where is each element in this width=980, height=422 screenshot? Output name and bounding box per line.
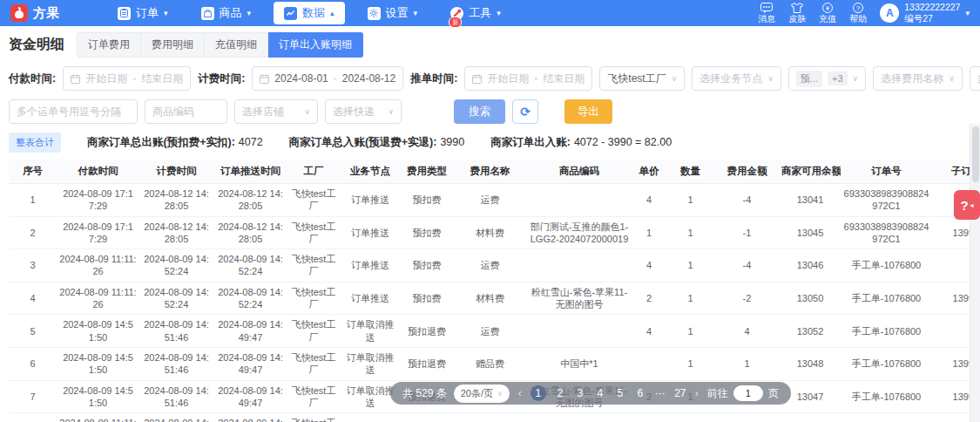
brand-logo-icon xyxy=(10,4,28,22)
coin-icon: ¥ xyxy=(822,3,833,13)
waybill-no-input[interactable] xyxy=(9,99,138,124)
page-number-button[interactable]: 2 xyxy=(554,387,566,399)
table-cell: 运费 xyxy=(453,315,527,348)
chevron-down-icon: ▾ xyxy=(965,9,970,17)
page-number-button[interactable]: 3 xyxy=(574,387,586,399)
table-cell: 2024-08-09 11:11:26 xyxy=(57,413,139,422)
table-cell: 订单推送 xyxy=(340,216,401,249)
fee-type-tag: 预... xyxy=(796,71,822,87)
recharge-button[interactable]: ¥ 充值 xyxy=(819,3,836,24)
table-row[interactable]: 42024-08-09 11:11:262024-08-09 14:52:242… xyxy=(9,282,980,315)
total-toggle-badge[interactable]: 整表合计 xyxy=(9,133,61,153)
question-mark: ? xyxy=(960,198,968,213)
column-header: 商家可用余额 xyxy=(780,160,841,184)
search-button[interactable]: 搜索 xyxy=(454,99,505,124)
total-count: 共 529 条 xyxy=(402,386,447,401)
brand[interactable]: 方果 xyxy=(10,4,59,22)
refresh-button[interactable]: ⟳ xyxy=(512,99,538,124)
table-row[interactable]: 12024-08-09 17:17:292024-08-12 14:28:052… xyxy=(9,184,980,217)
chevron-down-icon: ▾ xyxy=(497,9,501,17)
table-row[interactable]: 52024-08-09 14:51:502024-08-09 14:51:462… xyxy=(9,315,980,348)
table-cell: 7 xyxy=(9,380,57,413)
fee-type-multiselect[interactable]: 预... +3 ∨ xyxy=(788,66,866,91)
push-time-range-picker[interactable]: 开始日期 - 结束日期 xyxy=(464,66,592,91)
table-cell: 1 xyxy=(666,315,714,348)
table-cell xyxy=(527,249,632,282)
page-number-button[interactable]: 4 xyxy=(594,387,606,399)
table-cell: 手工单-1076800 xyxy=(841,249,932,282)
help-nav-button[interactable]: ? 帮助 xyxy=(849,3,867,24)
page-number-button[interactable]: 1 xyxy=(531,385,546,401)
next-page-button[interactable]: › xyxy=(693,387,700,399)
menu-item-products[interactable]: 商品 ▾ xyxy=(191,2,262,24)
tshirt-icon xyxy=(791,3,803,13)
scrollbar-thumb[interactable] xyxy=(972,126,979,182)
messages-button[interactable]: 消息 xyxy=(758,3,775,24)
business-node-select[interactable]: 选择业务节点 ∨ xyxy=(692,66,781,91)
tab-fee-detail[interactable]: 费用明细 xyxy=(141,32,205,58)
table-row[interactable]: 82024-08-09 11:11:262024-08-09 14:49:472… xyxy=(9,413,980,422)
question-icon: ? xyxy=(853,3,863,13)
end-date-placeholder: 结束日期 xyxy=(543,71,585,86)
table-cell: 飞快test工厂 xyxy=(287,413,340,422)
filter-row-1: 付款时间: 开始日期 - 结束日期 计费时间: 2024-08-01 - 202… xyxy=(9,66,971,91)
user-phone: 13322222227 xyxy=(904,2,960,12)
table-row[interactable]: 62024-08-09 14:51:502024-08-09 14:51:462… xyxy=(9,347,980,380)
pay-time-range-picker[interactable]: 开始日期 - 结束日期 xyxy=(63,66,191,91)
tab-order-fees[interactable]: 订单费用 xyxy=(77,32,141,58)
table-cell: 订单取消推送 xyxy=(340,347,401,380)
fee-name-select[interactable]: 选择费用名称 ∨ xyxy=(873,66,963,91)
table-cell: 飞快test工厂 xyxy=(287,347,340,380)
table-cell: 订单推送 xyxy=(340,184,401,217)
start-date-placeholder: 开始日期 xyxy=(85,71,127,86)
table-row[interactable]: 32024-08-09 11:11:262024-08-09 14:52:242… xyxy=(9,249,980,282)
page-content: 资金明细 订单费用 费用明细 充值明细 订单出入账明细 付款时间: 开始日期 -… xyxy=(0,26,980,422)
table-cell: 13045 xyxy=(780,216,841,249)
column-header: 订单号 xyxy=(841,160,932,184)
skin-button[interactable]: 皮肤 xyxy=(788,3,806,24)
goto-suffix: 页 xyxy=(768,386,779,401)
shop-select[interactable]: 选择店铺 ∨ xyxy=(234,99,318,124)
page-size-value: 20条/页 xyxy=(461,387,493,400)
table-row[interactable]: 22024-08-09 17:17:292024-08-12 14:28:052… xyxy=(9,216,980,249)
menu-item-data[interactable]: 数据 ▴ xyxy=(274,2,345,24)
menu-label: 设置 xyxy=(386,5,409,21)
page-size-select[interactable]: 20条/页 ∨ xyxy=(454,385,510,403)
push-time-label: 推单时间: xyxy=(410,71,457,86)
table-cell: 手工单-1076800 xyxy=(841,413,932,422)
page-number-button[interactable]: 27 xyxy=(674,387,686,399)
menu-label: 数据 xyxy=(302,5,325,21)
prev-page-button[interactable]: ‹ xyxy=(517,387,524,399)
help-float-button[interactable]: ? ◂ xyxy=(954,190,980,220)
table-cell: 4 xyxy=(9,282,57,315)
export-button[interactable]: 导出 xyxy=(564,99,612,124)
table-cell: 预扣退费 xyxy=(401,347,453,380)
table-cell: 飞快test工厂 xyxy=(287,216,340,249)
user-account[interactable]: A 13322222227 编号27 ▾ xyxy=(880,2,970,24)
page-number-button[interactable]: 6 xyxy=(634,387,646,399)
table-cell: 飞快test工厂 xyxy=(287,380,340,413)
brand-name: 方果 xyxy=(33,5,59,22)
table-cell: -2 xyxy=(714,282,780,315)
user-number: 编号27 xyxy=(904,13,933,24)
tab-order-ledger-detail[interactable]: 订单出入账明细 xyxy=(268,32,363,58)
table-cell: 4 xyxy=(632,249,666,282)
table-cell: 手工单-1076800 xyxy=(841,315,932,348)
order-no-input[interactable] xyxy=(970,66,980,91)
menu-item-settings[interactable]: 设置 ▾ xyxy=(357,2,429,24)
table-cell: 2024-08-12 14:28:05 xyxy=(213,216,287,249)
goto-page-input[interactable] xyxy=(733,385,763,401)
column-header: 付款时间 xyxy=(57,160,139,184)
filter-row-2: 选择店铺 ∨ 选择快递 ∨ 搜索 ⟳ 导出 xyxy=(9,99,971,124)
page-number-button[interactable]: 5 xyxy=(614,387,626,399)
menu-item-orders[interactable]: 订单 ▾ xyxy=(107,2,179,24)
product-code-input[interactable] xyxy=(145,99,227,124)
bill-time-range-picker[interactable]: 2024-08-01 - 2024-08-12 xyxy=(252,66,403,91)
factory-select[interactable]: 飞快test工厂 ∨ xyxy=(599,66,685,91)
table-cell: 1 xyxy=(666,216,714,249)
svg-text:?: ? xyxy=(856,4,861,12)
express-select[interactable]: 选择快递 ∨ xyxy=(325,99,402,124)
tab-recharge-detail[interactable]: 充值明细 xyxy=(205,32,268,58)
vertical-scrollbar[interactable] xyxy=(970,124,980,422)
menu-item-tools[interactable]: 工具 ▾ 新 xyxy=(440,2,511,24)
